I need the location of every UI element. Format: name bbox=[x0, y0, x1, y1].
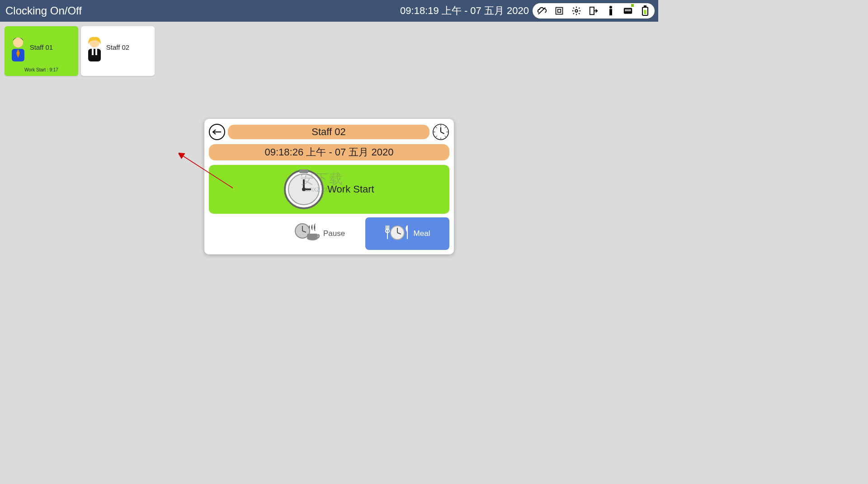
fullscreen-icon[interactable] bbox=[554, 6, 564, 16]
staff-name-label: Staff 02 bbox=[81, 43, 155, 51]
app-header: Clocking On/Off 09:18:19 上午 - 07 五月 2020 bbox=[0, 0, 658, 22]
svg-rect-2 bbox=[558, 9, 561, 13]
network-icon[interactable] bbox=[623, 6, 633, 16]
svg-rect-11 bbox=[629, 9, 630, 11]
svg-rect-15 bbox=[644, 10, 646, 14]
dialog-time: 09:18:26 上午 - 07 五月 2020 bbox=[209, 144, 449, 160]
meal-button[interactable]: Meal bbox=[365, 217, 449, 250]
clocking-dialog: Staff 02 09:18:26 上午 - 07 五月 2020 bbox=[204, 119, 454, 254]
svg-rect-45 bbox=[307, 234, 318, 238]
staff-name-label: Staff 01 bbox=[5, 43, 78, 51]
dialog-staff-name: Staff 02 bbox=[228, 125, 429, 139]
back-button[interactable] bbox=[209, 124, 225, 140]
status-dot-icon bbox=[631, 4, 634, 7]
svg-rect-10 bbox=[627, 9, 628, 11]
info-icon[interactable] bbox=[606, 6, 616, 16]
logout-icon[interactable] bbox=[589, 6, 599, 16]
staff-card-row: Staff 01 Work Start : 9:17 Staff 02 bbox=[0, 22, 658, 80]
svg-rect-1 bbox=[556, 8, 563, 14]
svg-rect-4 bbox=[590, 7, 594, 15]
gear-icon[interactable] bbox=[571, 6, 581, 16]
svg-rect-14 bbox=[644, 6, 646, 7]
staff-status-label: Work Start : 9:17 bbox=[5, 67, 78, 72]
meal-label: Meal bbox=[414, 229, 430, 238]
meal-icon bbox=[385, 224, 410, 244]
svg-point-40 bbox=[302, 188, 306, 191]
svg-rect-37 bbox=[299, 169, 308, 173]
staff-card-01[interactable]: Staff 01 Work Start : 9:17 bbox=[5, 26, 78, 76]
work-start-label: 安下载 anxz.com Work Start bbox=[327, 183, 374, 195]
svg-point-5 bbox=[610, 6, 612, 8]
pause-button[interactable]: Pause bbox=[278, 217, 362, 250]
page-title: Clocking On/Off bbox=[5, 5, 82, 17]
system-tray bbox=[533, 3, 655, 19]
battery-icon[interactable] bbox=[640, 6, 650, 16]
header-clock: 09:18:19 上午 - 07 五月 2020 bbox=[400, 4, 529, 18]
pause-label: Pause bbox=[323, 229, 345, 238]
svg-point-3 bbox=[575, 9, 578, 12]
pause-icon bbox=[294, 222, 320, 246]
cloud-off-icon[interactable] bbox=[537, 6, 547, 16]
work-start-button[interactable]: 安下载 anxz.com Work Start bbox=[209, 165, 449, 214]
svg-rect-12 bbox=[630, 9, 631, 11]
staff-card-02[interactable]: Staff 02 bbox=[81, 26, 155, 76]
clock-start-icon bbox=[284, 169, 324, 209]
svg-rect-6 bbox=[610, 9, 612, 15]
svg-rect-9 bbox=[626, 9, 627, 11]
clock-icon bbox=[432, 123, 449, 141]
svg-rect-8 bbox=[625, 9, 626, 11]
